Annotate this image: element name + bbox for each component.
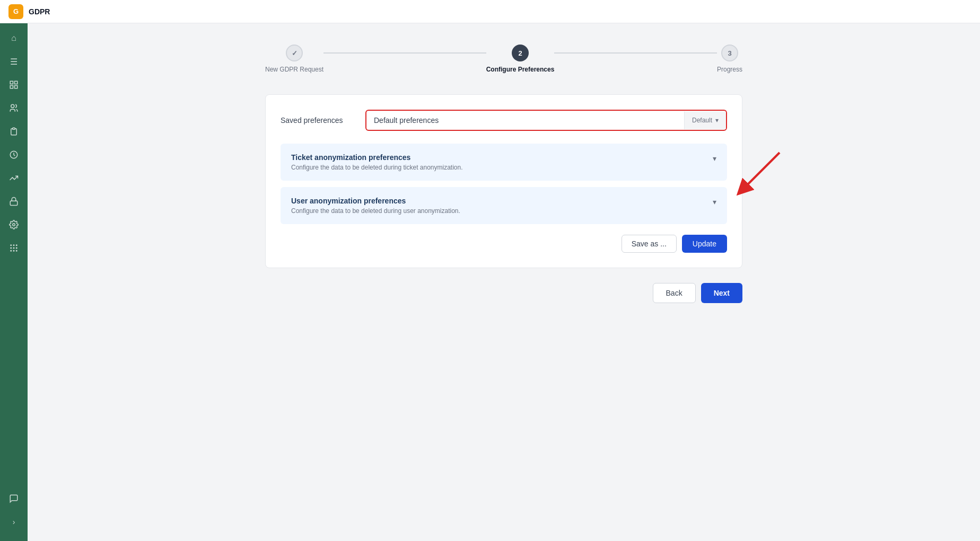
accordion-2-title: User anonymization preferences (291, 197, 713, 205)
step-1-circle: ✓ (286, 45, 303, 61)
update-button[interactable]: Update (682, 235, 727, 253)
svg-rect-1 (15, 81, 18, 84)
preferences-select-text: Default preferences (366, 111, 684, 130)
step-line-1 (323, 52, 486, 54)
nav-buttons: Back Next (265, 283, 742, 303)
app-title: GDPR (29, 7, 50, 16)
sidebar-item-menu[interactable]: ☰ (3, 51, 24, 72)
preferences-select[interactable]: Default preferences Default ▾ (365, 110, 727, 131)
step-3: 3 Progress (717, 45, 742, 73)
sidebar-item-reports[interactable] (3, 167, 24, 189)
svg-point-15 (11, 251, 12, 252)
app-logo: G (8, 4, 23, 19)
card-actions: Save as ... Update (281, 235, 727, 253)
preferences-card: Saved preferences Default preferences De… (265, 94, 742, 268)
svg-point-10 (13, 245, 14, 246)
accordion-1-content: Ticket anonymization preferences Configu… (291, 153, 713, 171)
user-anonymization-section[interactable]: User anonymization preferences Configure… (281, 187, 727, 224)
svg-rect-2 (15, 86, 18, 88)
sidebar-expand-button[interactable]: › (3, 511, 24, 533)
accordion-2-chevron-icon: ▾ (713, 198, 716, 206)
chevron-down-icon: ▾ (715, 117, 719, 124)
accordion-2-subtitle: Configure the data to be deleted during … (291, 207, 713, 215)
svg-point-13 (13, 247, 14, 249)
sidebar-item-security[interactable] (3, 191, 24, 212)
svg-point-14 (16, 247, 18, 249)
step-1: ✓ New GDPR Request (265, 45, 323, 73)
sidebar-item-list[interactable] (3, 121, 24, 142)
sidebar-item-settings[interactable] (3, 214, 24, 235)
svg-point-16 (13, 251, 14, 252)
accordion-2-content: User anonymization preferences Configure… (291, 197, 713, 215)
sidebar-item-chat[interactable] (3, 488, 24, 509)
svg-rect-0 (10, 81, 13, 84)
topbar: G GDPR (0, 0, 980, 23)
preferences-label: Saved preferences (281, 116, 355, 125)
step-3-label: Progress (717, 66, 742, 73)
ticket-anonymization-section[interactable]: Ticket anonymization preferences Configu… (281, 144, 727, 181)
next-button[interactable]: Next (701, 283, 742, 303)
accordion-1-title: Ticket anonymization preferences (291, 153, 713, 162)
sidebar-item-users[interactable] (3, 97, 24, 119)
svg-point-11 (16, 245, 18, 246)
svg-point-12 (11, 247, 12, 249)
step-2: 2 Configure Preferences (486, 45, 555, 73)
step-3-circle: 3 (721, 45, 738, 61)
save-as-button[interactable]: Save as ... (622, 235, 677, 253)
sidebar-item-dashboard[interactable] (3, 74, 24, 95)
preferences-select-badge[interactable]: Default ▾ (684, 111, 726, 129)
sidebar: ⌂ ☰ › (0, 23, 28, 541)
step-2-circle: 2 (512, 45, 529, 61)
svg-rect-3 (10, 86, 13, 88)
step-line-2 (554, 52, 717, 54)
svg-point-8 (13, 224, 15, 226)
step-2-label: Configure Preferences (486, 66, 555, 73)
sidebar-item-home[interactable]: ⌂ (3, 28, 24, 49)
sidebar-item-clock[interactable] (3, 144, 24, 165)
step-1-label: New GDPR Request (265, 66, 323, 73)
preferences-row: Saved preferences Default preferences De… (281, 110, 727, 131)
svg-rect-5 (13, 128, 15, 129)
svg-point-17 (16, 251, 18, 252)
main-content: ✓ New GDPR Request 2 Configure Preferenc… (28, 23, 980, 541)
svg-point-9 (11, 245, 12, 246)
svg-point-4 (11, 104, 14, 108)
sidebar-item-grid[interactable] (3, 237, 24, 259)
accordion-1-chevron-icon: ▾ (713, 154, 716, 163)
svg-rect-7 (10, 201, 18, 205)
back-button[interactable]: Back (653, 283, 696, 303)
stepper: ✓ New GDPR Request 2 Configure Preferenc… (265, 45, 742, 73)
accordion-1-subtitle: Configure the data to be deleted during … (291, 164, 713, 171)
